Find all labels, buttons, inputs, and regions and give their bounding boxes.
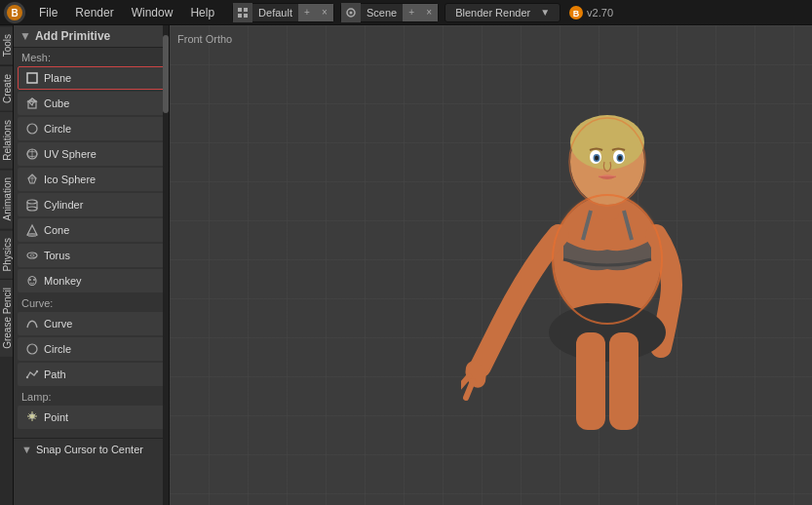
layout-close-btn[interactable]: × (316, 4, 333, 21)
main-layout: Tools Create Relations Animation Physics… (0, 25, 812, 505)
character-svg (461, 45, 754, 484)
layout-segment: Default + × (232, 3, 334, 22)
btn-path-label: Path (44, 369, 66, 380)
svg-point-48 (570, 115, 644, 170)
cube-icon (24, 96, 40, 111)
character-model (461, 45, 754, 484)
btn-cube[interactable]: Cube (18, 92, 165, 115)
svg-rect-3 (244, 8, 248, 12)
snap-arrow-icon: ▼ (21, 444, 32, 455)
svg-point-25 (27, 207, 37, 211)
svg-text:B: B (573, 9, 580, 19)
tab-relations[interactable]: Relations (0, 111, 13, 169)
layout-grid-icon[interactable] (233, 3, 252, 22)
scene-icon[interactable] (341, 3, 361, 22)
btn-point-label: Point (44, 411, 68, 423)
tab-tools[interactable]: Tools (0, 25, 13, 65)
btn-circle-curve[interactable]: Circle (18, 337, 165, 361)
viewport-label: Front Ortho (177, 33, 232, 45)
svg-point-15 (27, 124, 37, 134)
mesh-section-label: Mesh: (14, 48, 169, 65)
svg-point-22 (27, 200, 37, 204)
curve-icon (24, 316, 40, 331)
panel-title: Add Primitive (35, 29, 110, 43)
svg-rect-5 (244, 14, 248, 18)
tab-animation[interactable]: Animation (0, 169, 13, 228)
blender-logo: B (4, 2, 25, 23)
layout-add-btn[interactable]: + (298, 4, 316, 21)
tab-create[interactable]: Create (0, 65, 13, 111)
icosphere-icon (24, 172, 40, 187)
btn-circle-curve-label: Circle (44, 343, 71, 355)
svg-point-32 (33, 279, 35, 281)
svg-rect-2 (238, 8, 242, 12)
svg-line-44 (29, 418, 31, 420)
engine-value[interactable]: Blender Render (449, 7, 536, 19)
btn-path[interactable]: Path (18, 363, 165, 386)
menu-file[interactable]: File (31, 4, 65, 21)
btn-cylinder-label: Cylinder (44, 199, 83, 211)
btn-cylinder[interactable]: Cylinder (18, 193, 165, 216)
btn-icosphere[interactable]: Ico Sphere (18, 168, 165, 191)
menubar: B File Render Window Help Default + × Sc… (0, 0, 812, 25)
scrollbar-thumb[interactable] (163, 35, 169, 113)
cone-icon (24, 222, 40, 238)
layout-value[interactable]: Default (252, 7, 298, 19)
point-light-icon (24, 409, 40, 425)
lamp-section-label: Lamp: (14, 387, 169, 405)
menu-help[interactable]: Help (182, 4, 222, 21)
btn-point[interactable]: Point (18, 406, 165, 429)
btn-uvsphere-label: UV Sphere (44, 148, 97, 160)
btn-monkey-label: Monkey (44, 275, 82, 287)
panel-header: ▼ Add Primitive (14, 25, 169, 48)
curve-section-label: Curve: (14, 293, 169, 311)
btn-cone[interactable]: Cone (18, 218, 165, 242)
svg-point-56 (549, 303, 666, 362)
svg-point-34 (26, 376, 28, 378)
menu-window[interactable]: Window (124, 4, 181, 21)
btn-cube-label: Cube (44, 97, 69, 109)
svg-rect-58 (609, 332, 638, 430)
btn-cone-label: Cone (44, 224, 69, 236)
btn-icosphere-label: Ico Sphere (44, 174, 96, 185)
viewport[interactable]: Front Ortho (170, 25, 812, 505)
svg-point-31 (29, 279, 31, 281)
scene-add-btn[interactable]: + (403, 4, 420, 21)
svg-line-41 (29, 414, 31, 416)
btn-plane[interactable]: Plane (18, 66, 165, 90)
engine-dropdown-icon[interactable]: ▼ (536, 7, 556, 18)
svg-rect-57 (576, 332, 605, 430)
svg-point-29 (30, 254, 34, 256)
scene-close-btn[interactable]: × (420, 4, 438, 21)
scene-segment: Scene + × (340, 3, 439, 22)
blender-icon: B (568, 5, 584, 20)
snap-cursor-btn[interactable]: ▼ Snap Cursor to Center (14, 438, 169, 460)
monkey-icon (24, 273, 40, 289)
circle-curve-icon (24, 341, 40, 357)
plane-icon (24, 70, 40, 86)
torus-icon (24, 248, 40, 263)
svg-rect-10 (27, 73, 37, 83)
circle-mesh-icon (24, 121, 40, 136)
btn-uvsphere[interactable]: UV Sphere (18, 142, 165, 166)
menu-render[interactable]: Render (67, 4, 121, 21)
cylinder-icon (24, 197, 40, 213)
btn-circle-mesh[interactable]: Circle (18, 117, 165, 140)
path-icon (24, 367, 40, 382)
tab-physics[interactable]: Physics (0, 229, 13, 279)
btn-torus[interactable]: Torus (18, 244, 165, 267)
tab-grease-pencil[interactable]: Grease Pencil (0, 279, 13, 357)
svg-line-43 (34, 414, 36, 416)
scene-value[interactable]: Scene (361, 7, 403, 19)
svg-point-35 (36, 370, 38, 372)
snap-btn-label: Snap Cursor to Center (36, 444, 143, 455)
sidebar-panel: ▼ Add Primitive Mesh: Plane (14, 25, 170, 505)
left-tabs: Tools Create Relations Animation Physics… (0, 25, 14, 505)
svg-point-53 (595, 156, 599, 161)
btn-curve[interactable]: Curve (18, 312, 165, 335)
btn-monkey[interactable]: Monkey (18, 269, 165, 292)
uvsphere-icon (24, 146, 40, 162)
engine-segment: Blender Render ▼ (445, 3, 561, 22)
scrollbar-track[interactable] (163, 25, 169, 505)
blender-brand: B v2.70 (568, 5, 613, 20)
